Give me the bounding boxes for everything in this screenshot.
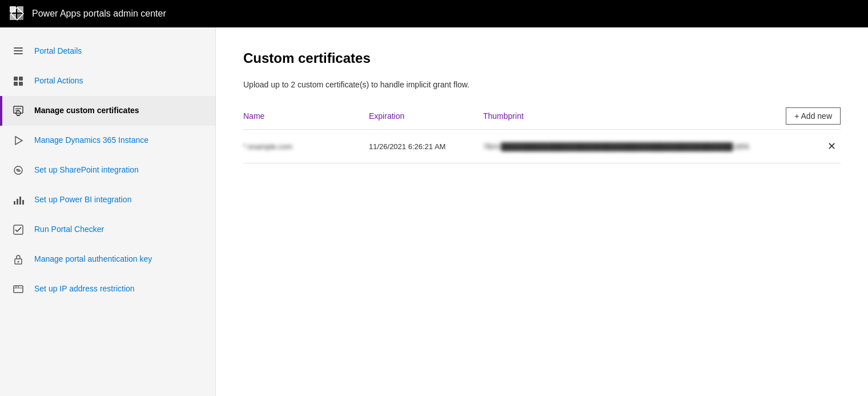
- lock-icon: [11, 253, 25, 266]
- cert-expiration: 11/26/2021 6:26:21 AM: [369, 142, 483, 151]
- sidebar-item-label-ip-restriction: Set up IP address restriction: [34, 283, 135, 295]
- sidebar: Portal Details Portal Actions: [0, 27, 216, 396]
- page-title: Custom certificates: [243, 50, 841, 66]
- table-header-row: Name Expiration Thumbprint + Add new: [243, 107, 841, 125]
- topbar: Power Apps portals admin center: [0, 0, 868, 27]
- cert-name-value: *.example.com: [243, 142, 292, 151]
- cert-icon: [11, 104, 25, 118]
- delete-certificate-button[interactable]: ✕: [823, 138, 841, 155]
- sidebar-item-manage-custom-certificates[interactable]: Manage custom certificates: [0, 96, 215, 126]
- sidebar-item-label-portal-checker: Run Portal Checker: [34, 224, 104, 235]
- sidebar-item-label-sharepoint: Set up SharePoint integration: [34, 165, 139, 176]
- sidebar-item-label-manage-custom-certificates: Manage custom certificates: [34, 105, 139, 117]
- sharepoint-icon: [11, 163, 25, 177]
- table-columns: Name Expiration Thumbprint: [243, 111, 786, 121]
- list-icon: [11, 45, 25, 58]
- sidebar-item-portal-actions[interactable]: Portal Actions: [0, 66, 215, 96]
- table-row: *.example.com 11/26/2021 6:26:21 AM 7BA3…: [243, 130, 841, 163]
- chart-icon: [11, 193, 25, 207]
- column-expiration: Expiration: [369, 111, 483, 121]
- topbar-logo: [9, 6, 25, 22]
- svg-rect-23: [19, 197, 21, 205]
- svg-point-27: [18, 261, 19, 263]
- svg-rect-22: [17, 199, 18, 205]
- play-icon: [11, 134, 25, 147]
- layout: Portal Details Portal Actions: [0, 27, 868, 396]
- sidebar-item-sharepoint[interactable]: Set up SharePoint integration: [0, 155, 215, 185]
- svg-rect-1: [17, 6, 23, 13]
- svg-point-31: [18, 286, 19, 287]
- svg-rect-12: [14, 106, 23, 113]
- svg-rect-5: [14, 47, 23, 49]
- sidebar-item-ip-restriction[interactable]: Set up IP address restriction: [0, 274, 215, 304]
- svg-rect-2: [10, 14, 16, 20]
- main-content: Custom certificates Upload up to 2 custo…: [216, 27, 868, 396]
- svg-marker-18: [15, 137, 22, 145]
- sidebar-item-powerbi[interactable]: Set up Power BI integration: [0, 185, 215, 215]
- column-thumbprint: Thumbprint: [483, 111, 786, 121]
- sidebar-item-label-portal-details: Portal Details: [34, 46, 82, 57]
- column-name: Name: [243, 111, 369, 121]
- topbar-title: Power Apps portals admin center: [32, 9, 166, 19]
- sidebar-item-manage-dynamics[interactable]: Manage Dynamics 365 Instance: [0, 126, 215, 155]
- svg-rect-11: [19, 82, 23, 86]
- sidebar-item-label-portal-actions: Portal Actions: [34, 75, 83, 87]
- grid-icon: [11, 74, 25, 88]
- cert-name: *.example.com: [243, 142, 369, 151]
- svg-rect-9: [19, 77, 23, 81]
- svg-rect-8: [14, 77, 18, 81]
- svg-rect-24: [22, 200, 24, 205]
- sidebar-item-auth-key[interactable]: Manage portal authentication key: [0, 245, 215, 274]
- certificates-table: Name Expiration Thumbprint + Add new *.e…: [243, 107, 841, 163]
- svg-rect-6: [14, 50, 23, 51]
- sidebar-item-label-manage-dynamics: Manage Dynamics 365 Instance: [34, 135, 148, 146]
- add-new-button[interactable]: + Add new: [786, 107, 841, 125]
- check-icon: [11, 223, 25, 237]
- sidebar-item-label-powerbi: Set up Power BI integration: [34, 194, 131, 206]
- svg-point-30: [15, 286, 17, 287]
- svg-rect-10: [14, 82, 18, 86]
- svg-rect-7: [14, 53, 23, 54]
- sidebar-item-portal-details[interactable]: Portal Details: [0, 37, 215, 66]
- ip-icon: [11, 282, 25, 296]
- svg-rect-21: [14, 201, 15, 205]
- description: Upload up to 2 custom certificate(s) to …: [243, 80, 841, 89]
- sidebar-item-label-auth-key: Manage portal authentication key: [34, 254, 152, 265]
- sidebar-item-portal-checker[interactable]: Run Portal Checker: [0, 215, 215, 245]
- cert-thumbprint: 7BA3████████████████████████████████████…: [483, 142, 814, 151]
